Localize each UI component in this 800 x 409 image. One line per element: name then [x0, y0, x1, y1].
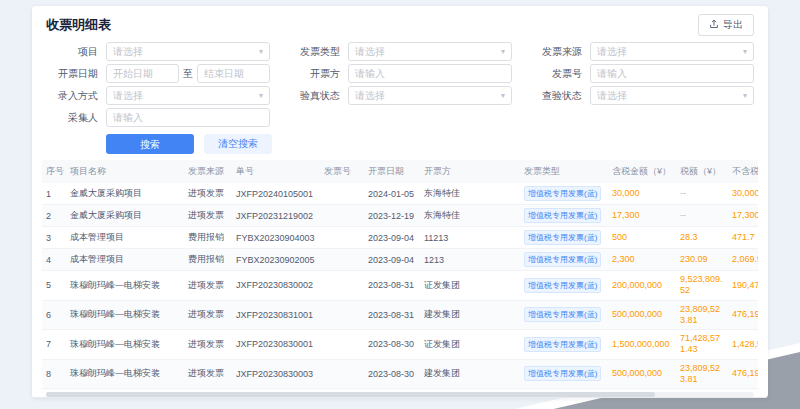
cell-date: 2023-08-30 [364, 359, 420, 389]
cell-amount_incl: 2,300 [608, 249, 676, 271]
main-card: 收票明细表 导出 项目请选择▾发票类型请选择▾发票来源请选择▾开票日期至开票方发… [32, 6, 768, 398]
cell-seq: 2 [42, 205, 66, 227]
column-header: 发票号 [320, 160, 364, 183]
table-row: 4成本管理项目费用报销FYBX202309020052023-09-041213… [42, 249, 758, 271]
column-header: 含税金额（¥） [608, 160, 676, 183]
screen: 收票明细表 导出 项目请选择▾发票类型请选择▾发票来源请选择▾开票日期至开票方发… [0, 0, 800, 409]
table-row: 5珠穆朗玛峰—电梯安装进项发票JXFP202308300022023-08-31… [42, 271, 758, 301]
cell-type: 增值税专用发票(蓝) [520, 359, 608, 389]
cell-amount_incl: 30,000 [608, 183, 676, 205]
export-icon [709, 19, 719, 31]
export-button[interactable]: 导出 [698, 14, 754, 36]
filter-field: 项目请选择▾ [46, 42, 270, 61]
cell-invoice_no [320, 183, 364, 205]
cell-project: 成本管理项目 [66, 249, 184, 271]
table-row: 2金威大厦采购项目进项发票JXFP202312190022023-12-19东海… [42, 205, 758, 227]
cell-amount_excl: 476,190,476.19 [728, 359, 758, 389]
export-button-label: 导出 [723, 18, 743, 32]
cell-source: 进项发票 [184, 271, 232, 301]
cell-invoice_no [320, 249, 364, 271]
select-placeholder: 请选择 [113, 45, 143, 59]
cell-date: 2023-09-04 [364, 227, 420, 249]
cell-amount_incl: 500,000,000 [608, 359, 676, 389]
filter-panel: 项目请选择▾发票类型请选择▾发票来源请选择▾开票日期至开票方发票号录入方式请选择… [32, 40, 768, 154]
date-range: 至 [106, 64, 270, 83]
filter-select[interactable]: 请选择▾ [590, 86, 754, 105]
cell-tax: 71,428,571.43 [676, 330, 728, 360]
end-date-input-wrap [197, 64, 270, 83]
scrollbar-thumb[interactable] [46, 392, 655, 397]
filter-select[interactable]: 请选择▾ [348, 42, 512, 61]
filter-grid: 项目请选择▾发票类型请选择▾发票来源请选择▾开票日期至开票方发票号录入方式请选择… [46, 42, 754, 127]
filter-select[interactable]: 请选择▾ [590, 42, 754, 61]
invoice-table-wrap: 序号项目名称发票来源单号发票号开票日期开票方发票类型含税金额（¥）税额（¥）不含… [42, 160, 758, 389]
cell-amount_excl: 30,000 [728, 183, 758, 205]
filter-input[interactable] [113, 112, 263, 123]
filter-select[interactable]: 请选择▾ [106, 86, 270, 105]
cell-source: 费用报销 [184, 249, 232, 271]
invoice-type-tag: 增值税专用发票(蓝) [524, 278, 601, 293]
filter-input-wrap [106, 108, 270, 127]
select-placeholder: 请选择 [113, 89, 143, 103]
start-date-input[interactable] [113, 68, 172, 79]
cell-amount_excl: 190,476,190.48 [728, 271, 758, 301]
cell-issuer: 建发集团 [420, 359, 520, 389]
cell-type: 增值税专用发票(蓝) [520, 205, 608, 227]
column-header: 开票方 [420, 160, 520, 183]
cell-amount_excl: 2,069.91 [728, 249, 758, 271]
filter-field: 采集人 [46, 108, 270, 127]
chevron-down-icon: ▾ [259, 91, 263, 100]
end-date-input[interactable] [204, 68, 263, 79]
table-row: 3成本管理项目费用报销FYBX202309040032023-09-041121… [42, 227, 758, 249]
cell-invoice_no [320, 227, 364, 249]
cell-tax: 230.09 [676, 249, 728, 271]
filter-label: 发票类型 [288, 45, 340, 59]
invoice-table: 序号项目名称发票来源单号发票号开票日期开票方发票类型含税金额（¥）税额（¥）不含… [42, 160, 758, 389]
cell-source: 进项发票 [184, 183, 232, 205]
filter-label: 录入方式 [46, 89, 98, 103]
cell-source: 进项发票 [184, 330, 232, 360]
table-row: 7珠穆朗玛峰—电梯安装进项发票JXFP202308300012023-08-30… [42, 330, 758, 360]
cell-project: 成本管理项目 [66, 227, 184, 249]
invoice-type-tag: 增值税专用发票(蓝) [524, 252, 601, 267]
cell-seq: 7 [42, 330, 66, 360]
cell-issuer: 东海特佳 [420, 183, 520, 205]
cell-issuer: 证发集团 [420, 330, 520, 360]
cell-invoice_no [320, 359, 364, 389]
cell-order_no: FYBX20230902005 [232, 249, 320, 271]
cell-date: 2024-01-05 [364, 183, 420, 205]
cell-order_no: FYBX20230904003 [232, 227, 320, 249]
cell-issuer: 建发集团 [420, 300, 520, 330]
cell-tax: -- [676, 183, 728, 205]
cell-amount_excl: 476,190,476.19 [728, 300, 758, 330]
search-button[interactable]: 搜索 [106, 134, 194, 154]
filter-input-wrap [348, 64, 512, 83]
filter-select[interactable]: 请选择▾ [106, 42, 270, 61]
cell-project: 珠穆朗玛峰—电梯安装 [66, 271, 184, 301]
summary-row: 合计 含税总额（¥）：3,032,699,097.89 不含税总额（¥）：2,8… [32, 397, 768, 398]
cell-source: 进项发票 [184, 205, 232, 227]
cell-type: 增值税专用发票(蓝) [520, 271, 608, 301]
invoice-type-tag: 增值税专用发票(蓝) [524, 337, 601, 352]
cell-date: 2023-09-04 [364, 249, 420, 271]
filter-select[interactable]: 请选择▾ [348, 86, 512, 105]
cell-order_no: JXFP20230830001 [232, 330, 320, 360]
cell-project: 珠穆朗玛峰—电梯安装 [66, 330, 184, 360]
filter-input[interactable] [597, 68, 747, 79]
clear-search-button[interactable]: 清空搜索 [204, 134, 272, 154]
cell-amount_incl: 500 [608, 227, 676, 249]
horizontal-scrollbar[interactable] [46, 392, 754, 397]
table-row: 1金威大厦采购项目进项发票JXFP202401050012024-01-05东海… [42, 183, 758, 205]
cell-seq: 6 [42, 300, 66, 330]
filter-label: 采集人 [46, 111, 98, 125]
cell-project: 珠穆朗玛峰—电梯安装 [66, 359, 184, 389]
filter-field: 查验状态请选择▾ [530, 86, 754, 105]
column-header: 税额（¥） [676, 160, 728, 183]
filter-input[interactable] [355, 68, 505, 79]
filter-label: 开票日期 [46, 67, 98, 81]
cell-date: 2023-08-31 [364, 271, 420, 301]
select-placeholder: 请选择 [597, 45, 627, 59]
filter-label: 查验状态 [530, 89, 582, 103]
cell-seq: 5 [42, 271, 66, 301]
filter-field: 发票来源请选择▾ [530, 42, 754, 61]
